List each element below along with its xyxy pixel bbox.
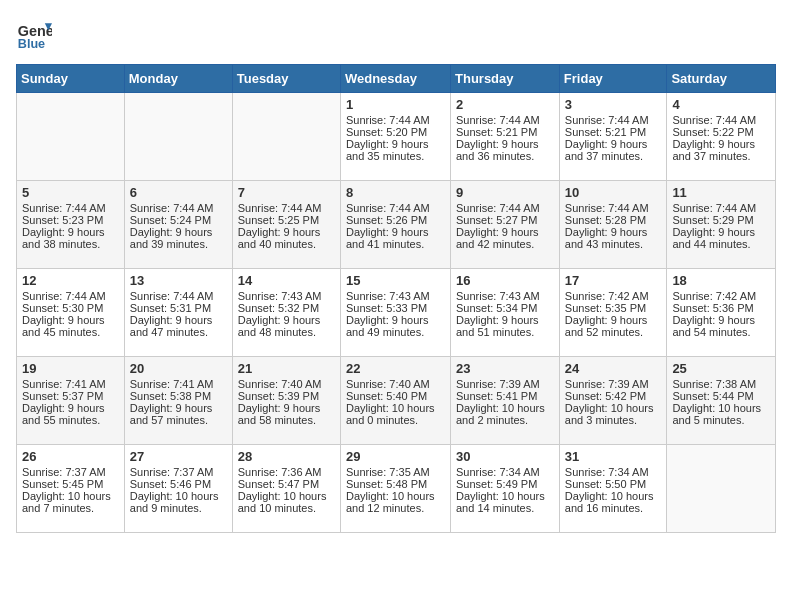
day-info: Sunset: 5:30 PM xyxy=(22,302,119,314)
calendar-cell: 28Sunrise: 7:36 AMSunset: 5:47 PMDayligh… xyxy=(232,445,340,533)
day-info: Sunset: 5:34 PM xyxy=(456,302,554,314)
day-info: Daylight: 9 hours and 39 minutes. xyxy=(130,226,227,250)
day-info: Sunrise: 7:44 AM xyxy=(346,202,445,214)
day-info: Sunrise: 7:42 AM xyxy=(672,290,770,302)
day-info: Daylight: 9 hours and 37 minutes. xyxy=(565,138,662,162)
day-info: Sunset: 5:39 PM xyxy=(238,390,335,402)
weekday-header: Wednesday xyxy=(340,65,450,93)
day-info: Sunrise: 7:43 AM xyxy=(456,290,554,302)
day-number: 10 xyxy=(565,185,662,200)
weekday-header: Saturday xyxy=(667,65,776,93)
day-info: Daylight: 10 hours and 3 minutes. xyxy=(565,402,662,426)
day-number: 22 xyxy=(346,361,445,376)
day-info: Sunrise: 7:44 AM xyxy=(456,202,554,214)
day-number: 5 xyxy=(22,185,119,200)
day-info: Daylight: 9 hours and 52 minutes. xyxy=(565,314,662,338)
day-info: Daylight: 10 hours and 16 minutes. xyxy=(565,490,662,514)
day-info: Sunset: 5:29 PM xyxy=(672,214,770,226)
day-number: 18 xyxy=(672,273,770,288)
day-info: Sunrise: 7:42 AM xyxy=(565,290,662,302)
calendar-header-row: SundayMondayTuesdayWednesdayThursdayFrid… xyxy=(17,65,776,93)
svg-text:Blue: Blue xyxy=(18,37,45,51)
day-info: Sunset: 5:36 PM xyxy=(672,302,770,314)
day-info: Sunset: 5:33 PM xyxy=(346,302,445,314)
day-info: Sunset: 5:46 PM xyxy=(130,478,227,490)
weekday-header: Friday xyxy=(559,65,667,93)
day-info: Sunrise: 7:43 AM xyxy=(346,290,445,302)
calendar-cell: 14Sunrise: 7:43 AMSunset: 5:32 PMDayligh… xyxy=(232,269,340,357)
day-info: Daylight: 10 hours and 0 minutes. xyxy=(346,402,445,426)
day-info: Sunrise: 7:41 AM xyxy=(130,378,227,390)
day-info: Sunrise: 7:44 AM xyxy=(672,114,770,126)
day-number: 20 xyxy=(130,361,227,376)
day-info: Sunrise: 7:34 AM xyxy=(456,466,554,478)
day-number: 4 xyxy=(672,97,770,112)
calendar-cell: 13Sunrise: 7:44 AMSunset: 5:31 PMDayligh… xyxy=(124,269,232,357)
calendar-cell: 22Sunrise: 7:40 AMSunset: 5:40 PMDayligh… xyxy=(340,357,450,445)
day-number: 7 xyxy=(238,185,335,200)
calendar-cell: 8Sunrise: 7:44 AMSunset: 5:26 PMDaylight… xyxy=(340,181,450,269)
calendar-week-row: 26Sunrise: 7:37 AMSunset: 5:45 PMDayligh… xyxy=(17,445,776,533)
day-number: 29 xyxy=(346,449,445,464)
calendar-cell: 4Sunrise: 7:44 AMSunset: 5:22 PMDaylight… xyxy=(667,93,776,181)
day-info: Daylight: 10 hours and 10 minutes. xyxy=(238,490,335,514)
day-info: Sunrise: 7:39 AM xyxy=(565,378,662,390)
calendar-cell: 6Sunrise: 7:44 AMSunset: 5:24 PMDaylight… xyxy=(124,181,232,269)
day-info: Daylight: 9 hours and 51 minutes. xyxy=(456,314,554,338)
day-info: Daylight: 9 hours and 44 minutes. xyxy=(672,226,770,250)
day-info: Daylight: 9 hours and 36 minutes. xyxy=(456,138,554,162)
calendar-cell: 26Sunrise: 7:37 AMSunset: 5:45 PMDayligh… xyxy=(17,445,125,533)
day-info: Sunset: 5:21 PM xyxy=(565,126,662,138)
day-number: 28 xyxy=(238,449,335,464)
calendar-cell: 30Sunrise: 7:34 AMSunset: 5:49 PMDayligh… xyxy=(451,445,560,533)
day-info: Daylight: 9 hours and 41 minutes. xyxy=(346,226,445,250)
day-number: 11 xyxy=(672,185,770,200)
day-info: Sunset: 5:21 PM xyxy=(456,126,554,138)
day-number: 16 xyxy=(456,273,554,288)
day-info: Sunrise: 7:40 AM xyxy=(238,378,335,390)
day-info: Daylight: 10 hours and 9 minutes. xyxy=(130,490,227,514)
weekday-header: Tuesday xyxy=(232,65,340,93)
day-info: Daylight: 10 hours and 7 minutes. xyxy=(22,490,119,514)
day-info: Sunrise: 7:44 AM xyxy=(238,202,335,214)
day-number: 2 xyxy=(456,97,554,112)
day-info: Sunrise: 7:44 AM xyxy=(565,202,662,214)
day-number: 30 xyxy=(456,449,554,464)
day-number: 14 xyxy=(238,273,335,288)
day-info: Sunset: 5:38 PM xyxy=(130,390,227,402)
day-number: 31 xyxy=(565,449,662,464)
day-info: Sunrise: 7:43 AM xyxy=(238,290,335,302)
day-info: Sunrise: 7:44 AM xyxy=(22,290,119,302)
calendar-cell: 17Sunrise: 7:42 AMSunset: 5:35 PMDayligh… xyxy=(559,269,667,357)
calendar-cell: 2Sunrise: 7:44 AMSunset: 5:21 PMDaylight… xyxy=(451,93,560,181)
calendar-cell: 18Sunrise: 7:42 AMSunset: 5:36 PMDayligh… xyxy=(667,269,776,357)
logo-icon: General Blue xyxy=(16,16,52,52)
day-number: 24 xyxy=(565,361,662,376)
day-info: Daylight: 10 hours and 14 minutes. xyxy=(456,490,554,514)
day-number: 13 xyxy=(130,273,227,288)
calendar-cell: 16Sunrise: 7:43 AMSunset: 5:34 PMDayligh… xyxy=(451,269,560,357)
calendar-cell xyxy=(667,445,776,533)
day-info: Sunset: 5:31 PM xyxy=(130,302,227,314)
day-number: 17 xyxy=(565,273,662,288)
day-info: Daylight: 9 hours and 58 minutes. xyxy=(238,402,335,426)
day-info: Daylight: 9 hours and 42 minutes. xyxy=(456,226,554,250)
day-info: Sunset: 5:49 PM xyxy=(456,478,554,490)
day-info: Sunset: 5:22 PM xyxy=(672,126,770,138)
page-header: General Blue xyxy=(16,16,776,52)
day-info: Sunset: 5:24 PM xyxy=(130,214,227,226)
day-number: 25 xyxy=(672,361,770,376)
day-info: Daylight: 9 hours and 54 minutes. xyxy=(672,314,770,338)
day-number: 23 xyxy=(456,361,554,376)
weekday-header: Sunday xyxy=(17,65,125,93)
calendar-cell: 31Sunrise: 7:34 AMSunset: 5:50 PMDayligh… xyxy=(559,445,667,533)
day-number: 26 xyxy=(22,449,119,464)
calendar-cell: 19Sunrise: 7:41 AMSunset: 5:37 PMDayligh… xyxy=(17,357,125,445)
day-info: Sunset: 5:26 PM xyxy=(346,214,445,226)
calendar-week-row: 5Sunrise: 7:44 AMSunset: 5:23 PMDaylight… xyxy=(17,181,776,269)
day-info: Daylight: 9 hours and 57 minutes. xyxy=(130,402,227,426)
day-number: 21 xyxy=(238,361,335,376)
calendar-cell: 15Sunrise: 7:43 AMSunset: 5:33 PMDayligh… xyxy=(340,269,450,357)
day-info: Sunset: 5:27 PM xyxy=(456,214,554,226)
day-info: Sunset: 5:35 PM xyxy=(565,302,662,314)
